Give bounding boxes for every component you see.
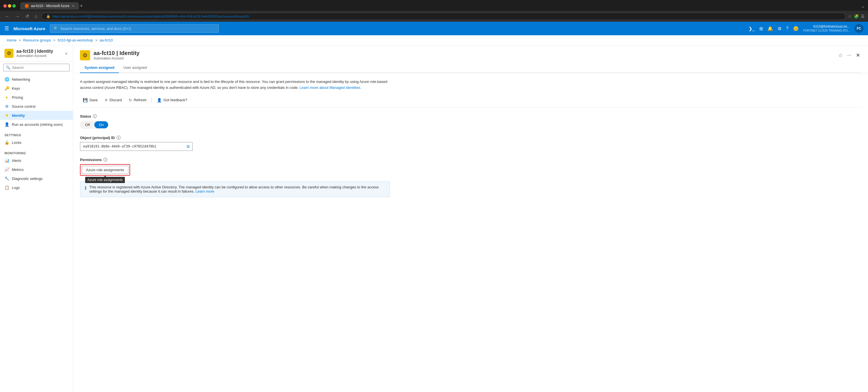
- firefox-icon: [25, 4, 29, 8]
- breadcrumb-workshop[interactable]: fct10-fgt-as-workshop: [58, 38, 93, 42]
- page-actions: ☆ ··· ✕: [837, 51, 861, 59]
- description-text: A system assigned managed identity is re…: [80, 79, 390, 91]
- sidebar-item-label-networking: Networking: [12, 77, 30, 82]
- info-banner: ℹ This resource is registered with Azure…: [80, 181, 390, 197]
- breadcrumb-sep-1: >: [19, 38, 21, 42]
- sidebar-item-logs[interactable]: 📋 Logs: [0, 183, 73, 192]
- copy-object-id-btn[interactable]: ⧉: [187, 144, 190, 149]
- sidebar-item-identity[interactable]: ★ Identity: [0, 111, 73, 120]
- window-dot-yellow[interactable]: [8, 4, 11, 8]
- sidebar-collapse-btn[interactable]: «: [64, 50, 68, 57]
- tab-close-btn[interactable]: ✕: [72, 4, 74, 8]
- sidebar-item-networking[interactable]: 🌐 Networking: [0, 75, 73, 84]
- sidebar-item-pricing[interactable]: ● Pricing: [0, 93, 73, 102]
- notifications-icon[interactable]: 🔔: [768, 26, 773, 31]
- directory-icon[interactable]: ⊞: [759, 26, 763, 31]
- breadcrumb-resource-groups[interactable]: Resource groups: [23, 38, 51, 42]
- azure-logo: Microsoft Azure: [13, 26, 45, 31]
- browser-settings-icon[interactable]: ☰: [861, 14, 865, 19]
- user-name: fct10@fortinetcloud.on...: [803, 25, 850, 29]
- sidebar-search-input[interactable]: [12, 65, 67, 69]
- new-tab-btn[interactable]: +: [80, 3, 83, 9]
- window-dot-green[interactable]: [12, 4, 16, 8]
- help-icon[interactable]: ?: [786, 26, 788, 31]
- save-icon: 💾: [83, 98, 88, 102]
- sidebar-item-diagnostic[interactable]: 🔧 Diagnostic settings: [0, 174, 73, 183]
- page-icon: ⚙: [80, 50, 90, 60]
- status-section: Status i Off On: [80, 114, 861, 129]
- status-label: Status i: [80, 114, 861, 118]
- nav-forward-btn[interactable]: →: [13, 13, 22, 20]
- status-info-icon[interactable]: i: [93, 114, 97, 118]
- favorite-btn[interactable]: ☆: [837, 51, 844, 59]
- feedback-icon[interactable]: 😊: [793, 26, 799, 31]
- global-search-input[interactable]: [61, 27, 215, 31]
- sidebar-search-box[interactable]: 🔍: [3, 64, 69, 72]
- close-panel-btn[interactable]: ✕: [855, 51, 861, 59]
- toolbar-separator: [152, 97, 152, 103]
- global-search-box[interactable]: 🔍: [50, 24, 219, 33]
- sidebar-item-label-pricing: Pricing: [12, 95, 23, 100]
- user-avatar[interactable]: FC: [855, 24, 864, 33]
- sidebar-resource-title: aa-fct10 | Identity: [16, 49, 53, 54]
- window-dot-red[interactable]: [3, 4, 7, 8]
- browser-tab-active[interactable]: aa-fct10 - Microsoft Azure ✕: [20, 2, 79, 9]
- settings-icon[interactable]: ⚙: [778, 26, 781, 31]
- toggle-off[interactable]: Off: [81, 121, 94, 128]
- toggle-on[interactable]: On: [94, 121, 108, 128]
- sidebar-item-metrics[interactable]: 📈 Metrics: [0, 165, 73, 174]
- save-btn[interactable]: 💾 Save: [80, 96, 100, 104]
- sidebar-item-label-locks: Locks: [12, 140, 22, 145]
- refresh-btn[interactable]: ↻ Refresh: [126, 96, 150, 104]
- azure-role-assignments-btn[interactable]: Azure role assignments: [82, 166, 128, 174]
- breadcrumb-aa-fct10[interactable]: aa-fct10: [99, 38, 113, 42]
- refresh-label: Refresh: [134, 98, 147, 102]
- address-bar[interactable]: 🔒 https://portal.azure.com/#@fortinetclo…: [41, 13, 846, 20]
- monitoring-section-title: Monitoring: [0, 149, 73, 156]
- tab-system-assigned[interactable]: System assigned: [80, 63, 119, 73]
- tabs: System assigned User assigned: [80, 63, 861, 73]
- hamburger-menu[interactable]: ☰: [4, 25, 9, 32]
- sidebar-item-source-control[interactable]: ⚙ Source control: [0, 102, 73, 111]
- discard-icon: ✕: [104, 98, 108, 102]
- cloud-shell-icon[interactable]: ❯_: [749, 26, 755, 31]
- permissions-section: Permissions i Azure role assignments Azu…: [80, 158, 861, 176]
- learn-more-link[interactable]: Learn more about Managed identities.: [300, 85, 361, 90]
- sidebar-item-run-as-accounts[interactable]: 👤 Run as accounts (retiring soon): [0, 120, 73, 129]
- nav-home-btn[interactable]: ⌂: [33, 13, 39, 20]
- permissions-info-icon[interactable]: i: [103, 158, 107, 162]
- object-id-info-icon[interactable]: i: [117, 136, 121, 140]
- locks-icon: 🔒: [4, 140, 9, 145]
- sidebar-item-label-source-control: Source control: [12, 104, 35, 109]
- networking-icon: 🌐: [4, 77, 9, 82]
- tab-user-assigned[interactable]: User assigned: [119, 63, 151, 73]
- extensions-icon[interactable]: 🧩: [854, 14, 859, 19]
- run-as-icon: 👤: [4, 122, 9, 127]
- resource-icon: ⚙: [4, 49, 13, 58]
- sidebar-item-label-alerts: Alerts: [12, 159, 21, 163]
- metrics-icon: 📈: [4, 167, 9, 172]
- browser-menu-btn[interactable]: ⌄: [861, 3, 865, 9]
- learn-more-link-2[interactable]: Learn more: [195, 189, 214, 193]
- permissions-label: Permissions i: [80, 158, 861, 162]
- user-info[interactable]: fct10@fortinetcloud.on... FORTINET CLOUD…: [803, 25, 850, 33]
- sidebar-item-locks[interactable]: 🔒 Locks: [0, 138, 73, 147]
- sidebar-item-label-logs: Logs: [12, 186, 20, 190]
- page-layout: ⚙ aa-fct10 | Identity Automation Account…: [0, 46, 868, 392]
- info-banner-text: This resource is registered with Azure A…: [89, 185, 385, 193]
- feedback-btn[interactable]: 👤 Got feedback?: [154, 96, 190, 104]
- main-content: ⚙ aa-fct10 | Identity Automation Account…: [73, 46, 868, 392]
- status-toggle[interactable]: Off On: [80, 121, 109, 129]
- discard-btn[interactable]: ✕ Discard: [102, 96, 125, 104]
- settings-section-title: Settings: [0, 131, 73, 138]
- bookmark-icon[interactable]: ☆: [848, 14, 852, 19]
- sidebar-item-keys[interactable]: 🔑 Keys: [0, 84, 73, 93]
- page-title-block: aa-fct10 | Identity Automation Account: [93, 50, 140, 60]
- pricing-icon: ●: [4, 95, 9, 100]
- more-actions-btn[interactable]: ···: [846, 51, 852, 59]
- sidebar-item-alerts[interactable]: 📊 Alerts: [0, 156, 73, 165]
- nav-back-btn[interactable]: ←: [3, 13, 11, 20]
- nav-refresh-btn[interactable]: ↺: [24, 12, 31, 20]
- breadcrumb-home[interactable]: Home: [7, 38, 17, 42]
- role-btn-wrapper: Azure role assignments Azure role assign…: [82, 166, 128, 174]
